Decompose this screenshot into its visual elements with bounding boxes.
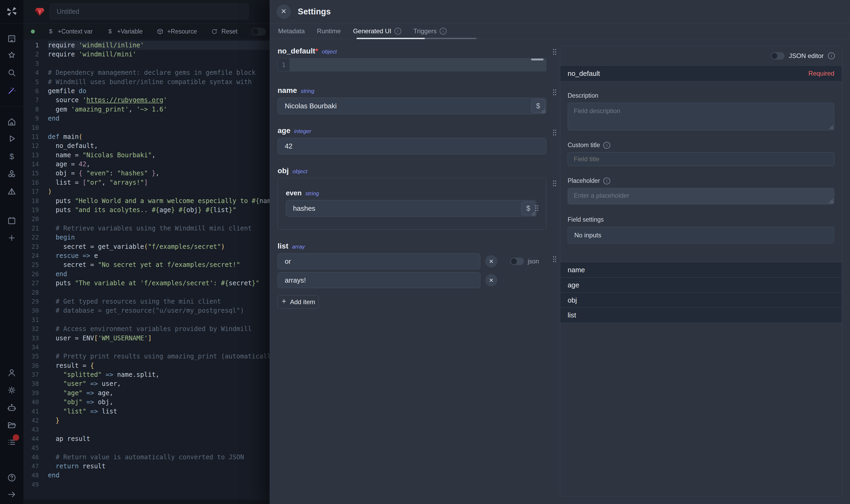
description-textarea[interactable] [568, 103, 834, 130]
editor-scrollbar[interactable] [531, 58, 543, 60]
field-label: name [277, 86, 297, 95]
json-mode-toggle[interactable] [510, 257, 524, 265]
play-icon [7, 133, 17, 145]
age-input[interactable] [277, 138, 546, 154]
plus-icon [281, 298, 287, 306]
search-icon [7, 68, 17, 79]
svg-text:$: $ [49, 28, 52, 35]
sidebar-item-ai[interactable] [6, 86, 17, 96]
accordion-row-age[interactable]: age [560, 277, 842, 292]
sidebar-item-audit-logs[interactable] [6, 437, 17, 448]
tab-triggers[interactable]: Triggersi [414, 28, 447, 35]
settings-title: Settings [298, 7, 331, 17]
drag-dots-icon [550, 93, 559, 98]
sidebar-item-apps[interactable] [6, 186, 17, 197]
no-default-json-input[interactable]: 1 [277, 58, 546, 71]
robot-icon [7, 402, 17, 414]
sidebar-item-resources[interactable] [6, 169, 17, 180]
custom-title-input[interactable] [568, 152, 834, 166]
star-icon [7, 50, 17, 61]
info-icon[interactable]: i [828, 52, 835, 59]
-context-var-button[interactable]: $+Context var [47, 28, 93, 35]
divider [0, 23, 23, 24]
script-name-input[interactable] [50, 3, 249, 19]
field-no_default: no_default* object 1 [277, 47, 560, 71]
placeholder-label: Placeholderi [568, 177, 834, 184]
inspector-body: Description Custom titlei Placeholderi F… [560, 82, 842, 255]
placeholder-textarea[interactable] [568, 188, 834, 204]
field-inspector-panel: JSON editor i no_default Required Descri… [560, 46, 842, 497]
accordion-row-name[interactable]: name [560, 262, 842, 277]
sidebar-item-folders[interactable] [6, 420, 17, 431]
list-item-input[interactable] [277, 253, 481, 269]
drag-dots-icon [550, 184, 559, 189]
info-icon[interactable]: i [603, 178, 610, 184]
drag-handle[interactable] [533, 203, 541, 213]
field-type: string [301, 88, 314, 94]
custom-title-label: Custom titlei [568, 142, 834, 149]
even-input[interactable] [286, 200, 537, 217]
sidebar-item-search[interactable] [6, 68, 17, 78]
windmill-logo [5, 5, 18, 18]
field-age: age integer [277, 126, 560, 154]
sidebar-item-workers[interactable] [6, 403, 17, 414]
-resource-button[interactable]: +Resource [157, 28, 197, 35]
list-item-row [277, 272, 554, 288]
json-editor-label: JSON editor [789, 52, 824, 60]
settings-header: Settings [270, 0, 850, 23]
notification-dot [13, 434, 19, 441]
status-dot [31, 30, 35, 34]
accordion-row-list[interactable]: list [560, 308, 842, 323]
drag-handle[interactable] [550, 255, 559, 264]
remove-item-button[interactable] [485, 255, 498, 267]
drag-handle[interactable] [550, 128, 559, 138]
gear-icon [7, 385, 17, 396]
prism-icon [7, 186, 17, 197]
sidebar-item-expand[interactable] [6, 490, 17, 500]
field-obj: obj object even string $ [277, 166, 560, 230]
divider [0, 106, 23, 107]
close-button[interactable] [276, 4, 291, 19]
json-editor-toggle[interactable] [771, 52, 784, 60]
tab-runtime[interactable]: Runtime [317, 28, 341, 35]
sidebar-item-home[interactable] [6, 117, 17, 128]
field-type: object [292, 168, 307, 175]
list-item-input[interactable] [277, 272, 481, 288]
assistant-toggle[interactable] [251, 28, 266, 36]
sidebar-item-favorites[interactable] [6, 51, 17, 61]
close-icon [281, 8, 287, 15]
variable-picker-button[interactable]: $ [531, 99, 545, 113]
help-icon [7, 473, 17, 484]
tab-generated-ui[interactable]: Generated UIi [353, 28, 401, 35]
drag-dots-icon [550, 133, 559, 138]
sidebar-item-settings[interactable] [6, 385, 17, 396]
settings-tabbar: MetadataRuntimeGenerated UIiTriggersi [270, 23, 850, 39]
info-icon[interactable]: i [603, 142, 610, 149]
sidebar-item-runs[interactable] [6, 134, 17, 144]
drag-dots-icon [550, 260, 559, 265]
selected-field-header[interactable]: no_default Required [560, 66, 842, 82]
sidebar-item-help[interactable] [6, 473, 17, 484]
name-input[interactable] [277, 98, 546, 114]
sidebar-item-account[interactable] [6, 368, 17, 379]
field-settings-empty: No inputs [568, 227, 834, 244]
field-type: integer [294, 128, 311, 134]
tab-metadata[interactable]: Metadata [278, 28, 305, 35]
list-item-row: json [277, 253, 554, 269]
remove-item-button[interactable] [485, 274, 498, 286]
activity-sidebar: $ [0, 0, 23, 504]
drag-handle[interactable] [550, 179, 559, 188]
reset-button[interactable]: Reset [211, 28, 237, 35]
field-type: string [305, 190, 319, 197]
drag-handle[interactable] [550, 88, 559, 97]
sidebar-item-variables[interactable]: $ [6, 152, 17, 162]
drag-handle[interactable] [550, 47, 559, 57]
required-asterisk: * [315, 47, 318, 55]
-variable-button[interactable]: $+Variable [106, 28, 143, 35]
sidebar-item-schedules[interactable] [6, 216, 17, 227]
add-item-button[interactable]: Add item [277, 295, 319, 309]
sidebar-item-create[interactable] [6, 233, 17, 244]
accordion-row-obj[interactable]: obj [560, 292, 842, 308]
generated-ui-form: no_default* object 1 name string $ [270, 39, 560, 504]
sidebar-item-workspace[interactable] [6, 34, 17, 44]
